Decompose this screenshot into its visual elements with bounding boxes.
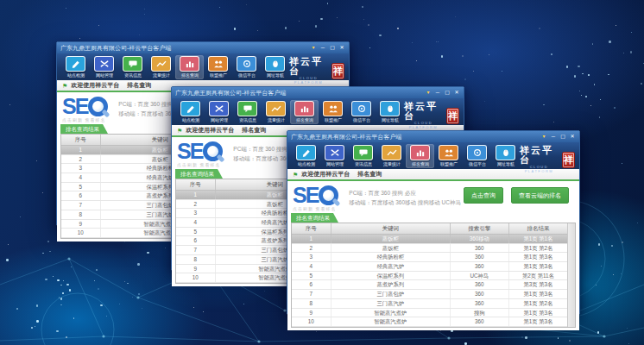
toolbar-item-rank-query[interactable]: 排名查询 xyxy=(290,100,319,124)
table-cell: 9 xyxy=(292,309,331,317)
toolbar-item-site-check[interactable]: 站点检测 xyxy=(61,55,90,79)
toolbar-item-site-check[interactable]: 站点检测 xyxy=(292,144,320,168)
site-check-icon xyxy=(296,145,316,160)
toolbar-item-site-check[interactable]: 站点检测 xyxy=(176,100,205,124)
toolbar-item-traffic-stats[interactable]: 流量统计 xyxy=(377,144,406,168)
toolbar-item-traffic-stats[interactable]: 流量统计 xyxy=(147,55,175,79)
desktop-background: 广东九鼎王厨具有限公司-祥云平台客户端 ▾ ─ ▢ ✕ 站点检测网站管理资讯信息… xyxy=(0,0,644,345)
toolbar-item-site-nav[interactable]: 网址导航 xyxy=(491,144,520,168)
toolbar-item-wechat[interactable]: 微信平台 xyxy=(232,55,261,79)
toolbar-item-info-news[interactable]: 资讯信息 xyxy=(349,144,377,168)
table-scrollbar[interactable] xyxy=(567,223,575,327)
close-icon[interactable]: ✕ xyxy=(453,90,460,96)
brand-text: 祥云平台 CLOUD PLATFORM xyxy=(289,57,328,85)
union-promo-icon xyxy=(323,101,343,116)
minimize-icon[interactable]: ─ xyxy=(434,90,441,96)
table-row[interactable]: 10智能蒸汽煮炉360第1页 第3名 xyxy=(292,317,567,327)
wechat-icon xyxy=(467,145,487,160)
table-cell: 3 xyxy=(292,253,331,261)
toolbar-item-wechat[interactable]: 微信平台 xyxy=(463,144,491,168)
seo-logo: SE 点击刷新 查看排名 xyxy=(62,96,108,122)
seo-logo-caption: 点击刷新 查看排名 xyxy=(177,162,223,167)
table-row[interactable]: 1蒸饭柜360移动第1页 第1名 xyxy=(292,235,567,244)
table-cell: 360 xyxy=(451,244,509,253)
tab-rank-results[interactable]: 排名查询结果 xyxy=(175,169,223,179)
site-manage-icon xyxy=(94,56,114,72)
window-titlebar[interactable]: 广东九鼎王厨具有限公司-祥云平台客户端 ▾ ─ ▢ ✕ xyxy=(287,131,579,142)
flag-icon: ⚑ xyxy=(62,83,67,89)
toolbar-item-site-manage[interactable]: 网站管理 xyxy=(90,55,118,79)
engine-line-mobile: 移动端：百度移动 360移动 搜狗移动 UC神马 xyxy=(349,199,461,207)
toolbar-item-union-promo[interactable]: 联盟推广 xyxy=(434,144,463,168)
table-row[interactable]: 9智能蒸汽煮炉搜狗第1页 第3名 xyxy=(292,309,567,318)
toolbar-item-info-news[interactable]: 资讯信息 xyxy=(118,55,147,79)
close-icon[interactable]: ✕ xyxy=(569,134,576,140)
brand-logo: 祥云平台 CLOUD PLATFORM 祥 xyxy=(404,100,459,129)
toolbar-item-rank-query[interactable]: 排名查询 xyxy=(175,55,204,79)
info-news-icon xyxy=(237,101,257,116)
table-cell: 三门蒸汽炉 xyxy=(331,299,451,308)
query-button[interactable]: 点击查询 xyxy=(464,187,503,204)
toolbar-item-wechat[interactable]: 微信平台 xyxy=(347,100,376,124)
toolbar-item-info-news[interactable]: 资讯信息 xyxy=(233,100,262,124)
table-row[interactable]: 5保温柜系列UC神马第2页 第11名 xyxy=(292,272,567,281)
maximize-icon[interactable]: ▢ xyxy=(444,90,451,96)
table-header: 序号关键词搜索引擎排名结果 xyxy=(292,223,567,235)
toolbar-item-label: 站点检测 xyxy=(297,161,314,166)
seo-logo-caption: 点击刷新 查看排名 xyxy=(62,117,108,122)
table-cell: 360 xyxy=(451,290,509,298)
traffic-stats-icon xyxy=(266,101,286,116)
table-cell: 第1页 第2名 xyxy=(509,299,567,308)
table-cell: 保温柜系列 xyxy=(331,272,451,280)
maximize-icon[interactable]: ▢ xyxy=(559,134,566,140)
wechat-icon xyxy=(351,101,371,116)
toolbar-item-label: 资讯信息 xyxy=(238,117,256,122)
toolbar-item-site-manage[interactable]: 网站管理 xyxy=(205,100,233,124)
window-titlebar[interactable]: 广东九鼎王厨具有限公司-祥云平台客户端 ▾ ─ ▢ ✕ xyxy=(172,87,464,98)
minimize-icon[interactable]: ─ xyxy=(319,45,326,51)
app-window[interactable]: 广东九鼎王厨具有限公司-祥云平台客户端 ▾ ─ ▢ ✕ 站点检测网站管理资讯信息… xyxy=(287,130,580,315)
toolbar-item-label: 微信平台 xyxy=(468,161,485,166)
tab-rank-results[interactable]: 排名查询结果 xyxy=(60,124,108,134)
welcome-text: 欢迎使用祥云平台 xyxy=(71,81,119,90)
rank-query-icon xyxy=(410,145,430,160)
toolbar-item-label: 流量统计 xyxy=(382,161,400,166)
table-row[interactable]: 4经典蒸汽炉360第1页 第3名 xyxy=(292,262,567,272)
table-row[interactable]: 3经典肠粉柜360第1页 第3名 xyxy=(292,253,567,262)
toolbar-item-traffic-stats[interactable]: 流量统计 xyxy=(262,100,290,124)
rank-query-icon xyxy=(180,56,199,72)
skin-icon[interactable]: ▾ xyxy=(310,45,317,51)
window-titlebar[interactable]: 广东九鼎王厨具有限公司-祥云平台客户端 ▾ ─ ▢ ✕ xyxy=(57,42,349,53)
table-cell: 360 xyxy=(451,253,509,261)
table-row[interactable]: 2蒸饭柜360第1页 第2名 xyxy=(292,244,567,254)
toolbar-item-rank-query[interactable]: 排名查询 xyxy=(406,144,434,168)
toolbar-item-label: 站点检测 xyxy=(181,117,199,122)
close-icon[interactable]: ✕ xyxy=(338,45,345,51)
toolbar-item-label: 排名查询 xyxy=(295,117,313,122)
skin-icon[interactable]: ▾ xyxy=(540,134,547,140)
toolbar: 站点检测网站管理资讯信息流量统计排名查询联盟推广微信平台网址导航 祥云平台 CL… xyxy=(287,142,579,169)
table-row[interactable]: 8三门蒸汽炉360第1页 第2名 xyxy=(292,299,567,309)
toolbar-item-union-promo[interactable]: 联盟推广 xyxy=(204,55,232,79)
column-header: 关键词 xyxy=(331,223,451,234)
brand-logo: 祥云平台 CLOUD PLATFORM 祥 xyxy=(520,144,575,173)
table-row[interactable]: 7三门蒸包炉360第1页 第3名 xyxy=(292,290,567,299)
table-cell: 第1页 第3名 xyxy=(509,253,567,261)
toolbar-item-label: 微信平台 xyxy=(237,72,255,78)
toolbar-item-site-nav[interactable]: 网址导航 xyxy=(261,55,289,79)
table-row[interactable]: 6蒸煮炉系列360第3页 第3名 xyxy=(292,280,567,290)
minimize-icon[interactable]: ─ xyxy=(550,134,557,140)
toolbar-item-site-manage[interactable]: 网站管理 xyxy=(320,144,349,168)
tab-rank-results[interactable]: 排名查询结果 xyxy=(291,213,338,223)
view-cloud-rank-button[interactable]: 查看云端的排名 xyxy=(511,187,569,204)
table-cell: 360 xyxy=(451,299,509,308)
toolbar-items: 站点检测网站管理资讯信息流量统计排名查询联盟推广微信平台网址导航 xyxy=(61,55,289,79)
skin-icon[interactable]: ▾ xyxy=(425,90,432,96)
welcome-text: 欢迎使用祥云平台 xyxy=(301,170,350,179)
site-check-icon xyxy=(66,56,85,72)
toolbar-item-label: 排名查询 xyxy=(180,72,198,78)
toolbar-item-union-promo[interactable]: 联盟推广 xyxy=(319,100,347,124)
toolbar-item-site-nav[interactable]: 网址导航 xyxy=(376,100,404,124)
traffic-stats-icon xyxy=(151,56,171,72)
maximize-icon[interactable]: ▢ xyxy=(329,45,336,51)
